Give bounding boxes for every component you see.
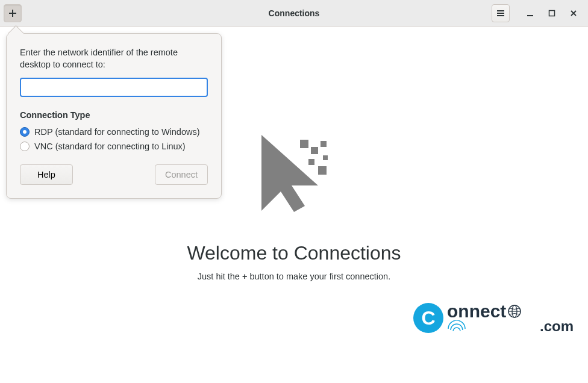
window-controls (519, 6, 584, 20)
welcome-title: Welcome to Connections (187, 242, 401, 264)
radio-option-rdp[interactable]: RDP (standard for connecting to Windows) (20, 125, 208, 139)
svg-rect-5 (308, 159, 314, 165)
radio-label: RDP (standard for connecting to Windows) (34, 127, 200, 137)
radio-indicator (20, 142, 30, 151)
svg-rect-4 (321, 141, 327, 147)
network-identifier-input[interactable] (20, 78, 208, 97)
minimize-icon (527, 10, 534, 17)
radio-label: VNC (standard for connecting to Linux) (34, 142, 186, 151)
maximize-icon (548, 10, 555, 17)
plus-icon (8, 8, 17, 18)
add-connection-button[interactable] (4, 4, 22, 22)
svg-rect-7 (323, 155, 328, 160)
svg-rect-6 (318, 166, 327, 175)
welcome-subtitle-post: button to make your first connection. (247, 272, 390, 281)
hamburger-icon (496, 8, 505, 18)
svg-rect-1 (549, 10, 555, 16)
watermark-circle: C (413, 303, 443, 333)
radio-option-vnc[interactable]: VNC (standard for connecting to Linux) (20, 139, 208, 154)
close-icon (570, 10, 577, 17)
close-button[interactable] (566, 6, 581, 20)
globe-icon (507, 304, 522, 319)
watermark-logo: C onnect .com (413, 301, 574, 335)
minimize-button[interactable] (523, 6, 537, 20)
new-connection-popover: Enter the network identifier of the remo… (6, 33, 222, 199)
header-bar: Connections (0, 0, 588, 26)
wifi-icon (447, 320, 466, 332)
welcome-subtitle: Just hit the + button to make your first… (198, 272, 390, 281)
hamburger-menu-button[interactable] (492, 4, 510, 22)
watermark-suffix: .com (540, 318, 574, 335)
radio-indicator (20, 127, 30, 137)
svg-rect-2 (300, 140, 308, 148)
help-button[interactable]: Help (20, 164, 73, 185)
connection-type-heading: Connection Type (20, 110, 208, 120)
svg-rect-0 (527, 15, 533, 16)
svg-rect-3 (311, 147, 318, 154)
connect-button[interactable]: Connect (155, 164, 208, 185)
cursor-illustration-icon (258, 135, 330, 213)
maximize-button[interactable] (545, 6, 559, 20)
welcome-subtitle-pre: Just hit the (198, 272, 242, 281)
popover-prompt: Enter the network identifier of the remo… (20, 47, 208, 70)
